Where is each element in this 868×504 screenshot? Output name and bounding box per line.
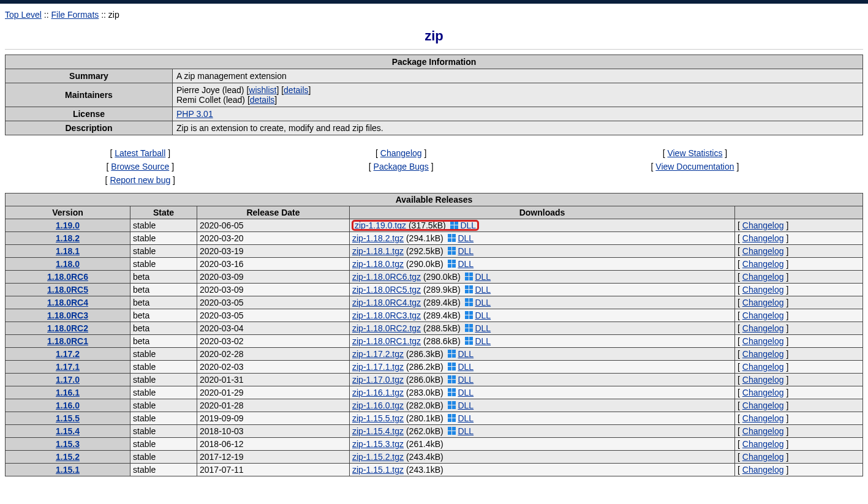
version-link[interactable]: 1.18.0RC1 — [47, 336, 88, 346]
divider — [5, 49, 863, 50]
row-changelog-link[interactable]: Changelog — [742, 375, 784, 385]
row-changelog-link[interactable]: Changelog — [742, 413, 784, 423]
page-title: zip — [5, 28, 863, 44]
state-cell: beta — [130, 284, 197, 296]
version-link[interactable]: 1.15.4 — [56, 426, 80, 436]
tgz-link[interactable]: zip-1.15.1.tgz — [352, 465, 404, 475]
dll-link[interactable]: DLL — [475, 298, 491, 307]
dll-link[interactable]: DLL — [475, 310, 491, 320]
tgz-link[interactable]: zip-1.15.2.tgz — [352, 452, 404, 462]
dll-link[interactable]: DLL — [475, 272, 491, 282]
row-changelog-link[interactable]: Changelog — [742, 298, 784, 307]
row-changelog-link[interactable]: Changelog — [742, 233, 784, 243]
tgz-link[interactable]: zip-1.16.0.tgz — [352, 401, 404, 410]
tgz-link[interactable]: zip-1.18.0RC1.tgz — [352, 336, 421, 346]
tgz-link[interactable]: zip-1.15.3.tgz — [352, 439, 404, 449]
details-link[interactable]: details — [250, 95, 274, 105]
changelog-cell: [ Changelog ] — [735, 412, 863, 425]
dll-link[interactable]: DLL — [458, 246, 474, 256]
tgz-link[interactable]: zip-1.18.0RC4.tgz — [352, 298, 421, 307]
downloads-cell: zip-1.18.0RC4.tgz (289.4kB) DLL — [350, 296, 735, 309]
downloads-cell: zip-1.18.0RC2.tgz (288.5kB) DLL — [350, 322, 735, 335]
dll-link[interactable]: DLL — [458, 362, 474, 372]
version-link[interactable]: 1.17.2 — [56, 349, 80, 359]
license-link[interactable]: PHP 3.01 — [176, 109, 213, 119]
version-link[interactable]: 1.18.0RC6 — [47, 272, 88, 282]
tgz-link[interactable]: zip-1.18.0RC3.tgz — [352, 310, 421, 320]
dll-link[interactable]: DLL — [458, 426, 474, 436]
version-link[interactable]: 1.18.1 — [56, 246, 80, 256]
version-link[interactable]: 1.18.0 — [56, 259, 80, 269]
latest-tarball-link[interactable]: Latest Tarball — [115, 148, 165, 158]
version-link[interactable]: 1.19.0 — [56, 220, 80, 230]
report-bug-link[interactable]: Report new bug — [110, 175, 170, 185]
breadcrumb-category[interactable]: File Formats — [51, 10, 99, 20]
dll-link[interactable]: DLL — [475, 336, 491, 346]
state-cell: stable — [130, 425, 197, 438]
row-changelog-link[interactable]: Changelog — [742, 465, 784, 475]
row-changelog-link[interactable]: Changelog — [742, 310, 784, 320]
dll-link[interactable]: DLL — [458, 349, 474, 359]
col-date: Release Date — [197, 206, 350, 219]
tgz-link[interactable]: zip-1.17.1.tgz — [352, 362, 404, 372]
row-changelog-link[interactable]: Changelog — [742, 323, 784, 333]
dll-link[interactable]: DLL — [460, 220, 476, 230]
dll-link[interactable]: DLL — [458, 375, 474, 385]
version-link[interactable]: 1.18.0RC3 — [47, 310, 88, 320]
tgz-link[interactable]: zip-1.18.0RC5.tgz — [352, 285, 421, 295]
row-changelog-link[interactable]: Changelog — [742, 452, 784, 462]
row-changelog-link[interactable]: Changelog — [742, 246, 784, 256]
breadcrumb-top[interactable]: Top Level — [5, 10, 42, 20]
version-link[interactable]: 1.15.2 — [56, 452, 80, 462]
wishlist-link[interactable]: wishlist — [249, 85, 276, 95]
version-link[interactable]: 1.15.3 — [56, 439, 80, 449]
row-changelog-link[interactable]: Changelog — [742, 362, 784, 372]
version-link[interactable]: 1.16.1 — [56, 388, 80, 397]
version-link[interactable]: 1.18.0RC4 — [47, 298, 88, 307]
tgz-link[interactable]: zip-1.15.5.tgz — [352, 413, 404, 423]
dll-link[interactable]: DLL — [475, 323, 491, 333]
tgz-link[interactable]: zip-1.16.1.tgz — [352, 388, 404, 397]
row-changelog-link[interactable]: Changelog — [742, 336, 784, 346]
row-changelog-link[interactable]: Changelog — [742, 349, 784, 359]
tgz-link[interactable]: zip-1.15.4.tgz — [352, 426, 404, 436]
dll-link[interactable]: DLL — [458, 401, 474, 410]
tgz-link[interactable]: zip-1.19.0.tgz — [355, 220, 406, 230]
details-link[interactable]: details — [284, 85, 308, 95]
tgz-link[interactable]: zip-1.17.2.tgz — [352, 349, 404, 359]
version-link[interactable]: 1.18.0RC5 — [47, 285, 88, 295]
row-changelog-link[interactable]: Changelog — [742, 272, 784, 282]
dll-link[interactable]: DLL — [475, 285, 491, 295]
version-link[interactable]: 1.18.2 — [56, 233, 80, 243]
row-changelog-link[interactable]: Changelog — [742, 220, 784, 230]
dll-link[interactable]: DLL — [458, 413, 474, 423]
changelog-link[interactable]: Changelog — [380, 148, 422, 158]
version-link[interactable]: 1.18.0RC2 — [47, 323, 88, 333]
dll-link[interactable]: DLL — [458, 388, 474, 397]
view-statistics-link[interactable]: View Statistics — [667, 148, 722, 158]
downloads-cell: zip-1.15.1.tgz (243.1kB) — [350, 464, 735, 476]
tgz-link[interactable]: zip-1.18.1.tgz — [352, 246, 404, 256]
browse-source-link[interactable]: Browse Source — [111, 162, 169, 171]
tgz-link[interactable]: zip-1.18.0.tgz — [352, 259, 404, 269]
version-link[interactable]: 1.17.1 — [56, 362, 80, 372]
dll-link[interactable]: DLL — [458, 233, 474, 243]
row-changelog-link[interactable]: Changelog — [742, 439, 784, 449]
tgz-link[interactable]: zip-1.18.0RC2.tgz — [352, 323, 421, 333]
version-link[interactable]: 1.15.5 — [56, 413, 80, 423]
package-bugs-link[interactable]: Package Bugs — [374, 162, 429, 171]
version-link[interactable]: 1.15.1 — [56, 465, 80, 475]
view-documentation-link[interactable]: View Documentation — [655, 162, 734, 171]
version-link[interactable]: 1.17.0 — [56, 375, 80, 385]
row-changelog-link[interactable]: Changelog — [742, 426, 784, 436]
row-changelog-link[interactable]: Changelog — [742, 259, 784, 269]
tgz-link[interactable]: zip-1.18.2.tgz — [352, 233, 404, 243]
row-changelog-link[interactable]: Changelog — [742, 388, 784, 397]
dll-link[interactable]: DLL — [458, 259, 474, 269]
tgz-link[interactable]: zip-1.18.0RC6.tgz — [352, 272, 421, 282]
row-changelog-link[interactable]: Changelog — [742, 401, 784, 410]
tgz-link[interactable]: zip-1.17.0.tgz — [352, 375, 404, 385]
version-link[interactable]: 1.16.0 — [56, 401, 80, 410]
maint-text: ] — [309, 85, 311, 95]
row-changelog-link[interactable]: Changelog — [742, 285, 784, 295]
